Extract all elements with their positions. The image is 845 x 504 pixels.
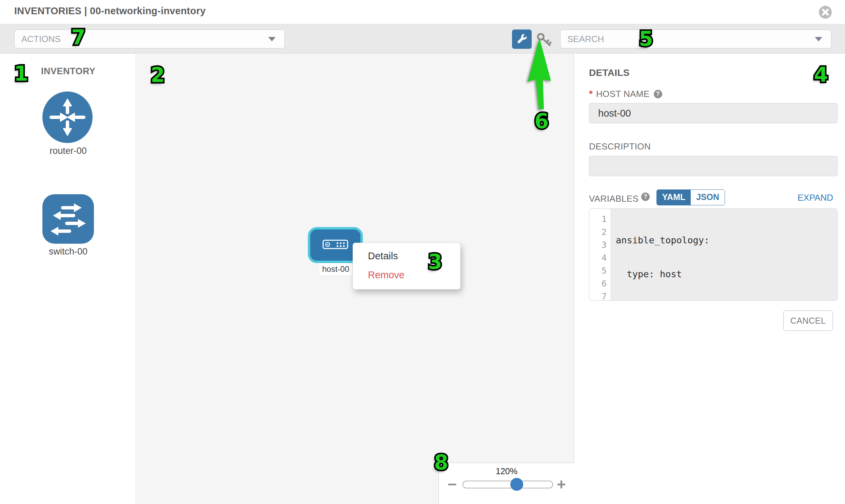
editor-code[interactable]: ansible_topology: type: host name: host-…: [611, 209, 837, 300]
line-number: 7: [589, 290, 611, 301]
line-number: 2: [589, 226, 611, 239]
close-icon: [819, 6, 832, 19]
credentials-button[interactable]: [536, 32, 553, 48]
close-button[interactable]: [819, 6, 832, 19]
expand-link[interactable]: EXPAND: [797, 193, 833, 203]
host-name-field[interactable]: [589, 103, 838, 123]
chevron-down-icon: [268, 37, 276, 41]
line-number: 1: [589, 213, 611, 226]
line-number: 6: [589, 277, 611, 290]
cancel-button[interactable]: CANCEL: [783, 310, 833, 331]
json-toggle-button[interactable]: JSON: [691, 190, 725, 205]
zoom-in-button[interactable]: +: [557, 476, 566, 492]
wrench-icon: [515, 32, 529, 46]
zoom-out-button[interactable]: −: [447, 476, 457, 492]
zoom-level-value: 120%: [439, 466, 575, 476]
yaml-toggle-button[interactable]: YAML: [657, 190, 691, 205]
variables-code-editor[interactable]: 1 2 3 4 5 6 7 ansible_topology: type: ho…: [589, 209, 838, 301]
search-dropdown[interactable]: SEARCH: [560, 30, 831, 49]
variables-format-toggle: YAML JSON: [656, 190, 725, 205]
header: INVENTORIES | 00-networking-inventory: [0, 0, 845, 24]
code-line: type: host: [616, 268, 837, 281]
sidebar-item-router[interactable]: [42, 91, 92, 143]
search-placeholder: SEARCH: [567, 34, 604, 44]
actions-dropdown[interactable]: ACTIONS: [14, 30, 285, 49]
code-line: ansible_topology:: [616, 234, 837, 247]
host-name-label: HOST NAME: [596, 89, 650, 99]
details-panel: DETAILS * HOST NAME ? DESCRIPTION VARIAB…: [574, 54, 845, 504]
line-number: 5: [589, 264, 611, 277]
host-icon: [322, 239, 348, 250]
sidebar-item-switch[interactable]: [42, 194, 94, 244]
inventory-topology-window: INVENTORIES | 00-networking-inventory AC…: [0, 0, 845, 504]
variables-row: VARIABLES ? YAML JSON EXPAND: [574, 190, 845, 206]
topology-canvas[interactable]: host-00 Details Remove 120% − +: [136, 54, 574, 504]
line-number: 3: [589, 239, 611, 252]
inventory-sidebar: INVENTORY router-00: [0, 54, 136, 504]
node-context-menu: Details Remove: [353, 243, 460, 289]
menu-item-details[interactable]: Details: [353, 247, 460, 265]
variables-label: VARIABLES: [589, 194, 638, 204]
help-icon[interactable]: ?: [654, 90, 662, 98]
help-icon[interactable]: ?: [641, 193, 650, 201]
zoom-control: 120% − +: [438, 463, 575, 504]
page-title: INVENTORIES | 00-networking-inventory: [14, 5, 206, 17]
switch-icon: [42, 194, 94, 244]
router-icon: [42, 91, 92, 143]
sidebar-item-label: router-00: [17, 146, 119, 156]
chevron-down-icon: [815, 37, 822, 41]
zoom-slider[interactable]: [462, 481, 553, 488]
main-area: INVENTORY router-00: [0, 54, 845, 504]
description-field[interactable]: [589, 156, 838, 176]
description-label-row: DESCRIPTION: [589, 141, 651, 152]
line-number: 4: [589, 252, 611, 264]
sidebar-item-label: switch-00: [17, 247, 119, 257]
details-panel-title: DETAILS: [589, 68, 630, 78]
host-name-label-row: * HOST NAME ?: [589, 88, 662, 99]
toolbar: ACTIONS: [0, 24, 845, 54]
tools-button[interactable]: [512, 30, 532, 49]
editor-line-numbers: 1 2 3 4 5 6 7: [589, 209, 611, 300]
actions-dropdown-label: ACTIONS: [21, 34, 61, 44]
description-label: DESCRIPTION: [589, 141, 651, 152]
zoom-slider-handle[interactable]: [510, 478, 523, 491]
key-icon: [536, 32, 553, 48]
required-asterisk: *: [589, 88, 593, 99]
host-node-label: host-00: [319, 263, 352, 275]
menu-item-remove[interactable]: Remove: [353, 265, 460, 284]
sidebar-title: INVENTORY: [41, 66, 95, 77]
